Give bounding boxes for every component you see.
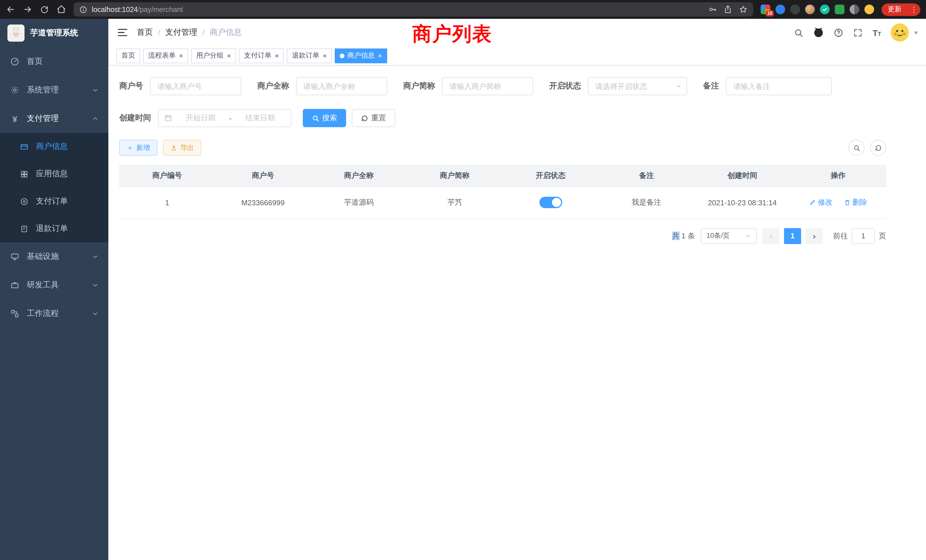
extension-icon[interactable] [775,5,785,14]
font-size-icon[interactable]: TT [872,28,881,37]
sidebar-item-home[interactable]: 首页 [0,47,108,76]
search-button[interactable]: 搜索 [303,109,346,127]
page-number-1[interactable]: 1 [784,228,801,244]
close-icon[interactable]: × [179,52,183,59]
gear-icon [10,86,20,95]
caret-down-icon[interactable]: ▾ [914,29,917,36]
sidebar-item-workflow[interactable]: 工作流程 [0,300,108,328]
status-label: 开启状态 [549,81,581,91]
chevron-down-icon [745,233,751,239]
prev-page-button[interactable]: ‹ [763,228,779,244]
delete-link[interactable]: 删除 [844,197,867,207]
breadcrumb-separator: / [158,28,160,37]
sidebar-item-app-info[interactable]: 应用信息 [0,160,108,188]
col-merchant-no: 商户号 [215,165,311,186]
toggle-search-button[interactable] [849,140,864,156]
site-info-icon[interactable] [79,5,87,14]
tab-label: 退款订单 [292,51,319,61]
breadcrumb-payment[interactable]: 支付管理 [165,27,197,38]
browser-menu-icon[interactable]: ⋮ [910,5,918,14]
tab-pay-order[interactable]: 支付订单× [239,48,284,63]
password-key-icon[interactable] [708,5,717,14]
tab-home[interactable]: 首页 [117,48,140,63]
browser-home-icon[interactable] [56,5,66,14]
close-icon[interactable]: × [227,52,231,59]
search-icon[interactable] [794,28,803,37]
remark-input[interactable] [726,77,832,95]
help-icon[interactable] [834,28,843,37]
tab-refund-order[interactable]: 退款订单× [287,48,332,63]
remark-label: 备注 [703,81,719,91]
status-select[interactable] [588,77,687,95]
user-avatar[interactable] [891,23,909,42]
date-start-placeholder: 开始日期 [176,113,226,123]
date-range-picker[interactable]: 开始日期 - 结束日期 [158,109,291,127]
bookmark-star-icon[interactable] [739,5,747,14]
extension-icon[interactable]: 10 [761,5,770,14]
cell-full-name: 芋道源码 [311,186,407,218]
sidebar-item-system[interactable]: 系统管理 [0,76,108,104]
hamburger-icon[interactable] [117,27,128,38]
grid-icon [19,170,29,178]
close-icon[interactable]: × [378,52,382,59]
tab-process-form[interactable]: 流程表单× [143,48,188,63]
breadcrumb-home[interactable]: 首页 [137,27,153,38]
export-button[interactable]: 导出 [163,140,201,156]
app-title: 芋道管理系统 [30,28,78,38]
extension-badge: 10 [766,10,774,17]
goto-page-input[interactable] [852,228,875,244]
browser-forward-icon[interactable] [23,5,32,14]
sidebar-item-merchant-info[interactable]: 商户信息 [0,133,108,160]
close-icon[interactable]: × [323,52,327,59]
page-size-select[interactable]: 10条/页 [701,228,757,244]
yen-icon: ¥ [10,114,20,123]
tab-label: 首页 [121,51,135,61]
col-actions: 操作 [790,165,886,186]
browser-update-button[interactable]: 更新 [883,4,906,15]
add-button[interactable]: ＋ 新增 [119,140,157,156]
extension-icon[interactable] [864,5,874,14]
extension-icon[interactable] [805,5,815,14]
github-icon[interactable] [813,27,824,38]
refresh-button[interactable] [870,140,886,156]
browser-reload-icon[interactable] [40,5,49,14]
breadcrumb: 首页 / 支付管理 / 商户信息 [137,27,242,38]
merchant-no-input[interactable] [150,77,241,95]
extension-icon[interactable] [835,5,844,14]
sidebar-item-pay-order[interactable]: 支付订单 [0,188,108,215]
edit-link[interactable]: 修改 [809,197,832,207]
workflow-icon [10,309,20,318]
sidebar-item-infra[interactable]: 基础设施 [0,242,108,271]
col-create-time: 创建时间 [694,165,790,186]
sidebar-item-label: 研发工具 [27,280,59,290]
tab-user-group[interactable]: 用户分组× [191,48,236,63]
chevron-down-icon [92,253,98,260]
full-name-label: 商户全称 [257,81,289,91]
cell-create-time: 2021-10-23 08:31:14 [694,186,790,218]
extension-icon[interactable] [850,5,859,14]
fullscreen-icon[interactable] [853,28,863,37]
credit-card-icon [19,142,29,151]
extension-icon[interactable] [820,5,830,14]
sidebar-item-label: 支付管理 [27,114,59,124]
table-row: 1 M233666999 芋道源码 芋艿 我是备注 2021-10-23 08:… [119,186,886,218]
sidebar-item-label: 商户信息 [36,141,68,152]
short-name-input[interactable] [442,77,533,95]
tab-merchant-info[interactable]: 商户信息× [335,48,387,63]
status-toggle[interactable] [539,197,562,208]
next-page-button[interactable]: › [806,228,823,244]
toolbox-icon [10,281,20,290]
browser-back-icon[interactable] [6,5,15,14]
share-icon[interactable] [723,5,732,14]
full-name-input[interactable] [296,77,387,95]
sidebar-item-refund-order[interactable]: 退款订单 [0,215,108,242]
sidebar-item-dev-tools[interactable]: 研发工具 [0,271,108,300]
create-time-label: 创建时间 [119,113,151,123]
close-icon[interactable]: × [275,52,279,59]
sidebar-item-label: 系统管理 [27,85,59,95]
reset-button[interactable]: 重置 [352,109,395,127]
extension-icon[interactable] [790,5,800,14]
address-bar[interactable]: localhost:1024/pay/merchant [74,2,753,17]
sidebar-item-payment[interactable]: ¥ 支付管理 [0,104,108,133]
app-logo[interactable]: 芋道管理系统 [0,19,108,47]
